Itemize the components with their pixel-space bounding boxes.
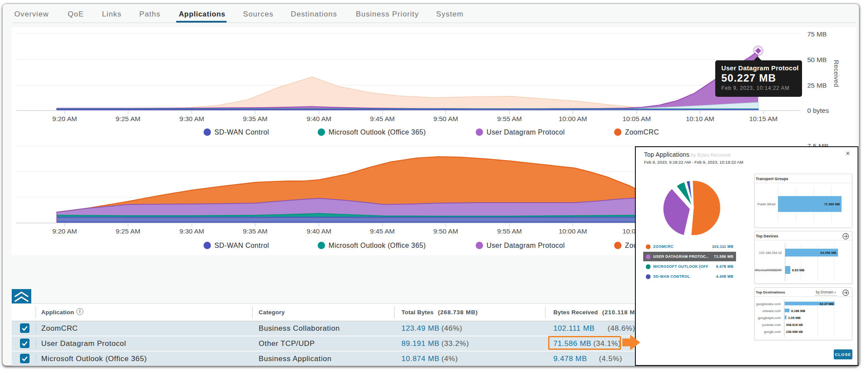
svg-text:408.616 kB: 408.616 kB [786, 323, 803, 327]
svg-text:youtube.com: youtube.com [762, 323, 781, 327]
svg-text:9:30 AM: 9:30 AM [180, 115, 204, 122]
svg-text:10:10 AM: 10:10 AM [686, 115, 714, 122]
svg-text:googlevideo.com: googlevideo.com [756, 302, 781, 306]
svg-text:50 MB: 50 MB [807, 56, 827, 63]
svg-text:2.05 MB: 2.05 MB [788, 316, 801, 320]
svg-text:9:55 AM: 9:55 AM [497, 227, 522, 235]
svg-text:googleapis.com: googleapis.com [758, 316, 781, 320]
svg-text:62.27 MB: 62.27 MB [819, 302, 834, 306]
svg-text:6.286 MB: 6.286 MB [791, 309, 806, 313]
svg-text:9:45 AM: 9:45 AM [370, 227, 395, 235]
svg-text:9:20 AM: 9:20 AM [53, 115, 77, 122]
svg-text:kBlRemioRNMB0R: kBlRemioRNMB0R [755, 268, 782, 272]
svg-text:9:30 AM: 9:30 AM [180, 227, 204, 235]
svg-text:9:40 AM: 9:40 AM [307, 227, 332, 235]
svg-text:9:20 AM: 9:20 AM [53, 227, 77, 235]
svg-text:192.168.254.10: 192.168.254.10 [759, 251, 782, 255]
svg-text:10:05 AM: 10:05 AM [622, 115, 651, 122]
svg-text:vmware.com: vmware.com [762, 309, 781, 313]
svg-text:64.956 MB: 64.956 MB [820, 251, 836, 255]
svg-text:6.63 MB: 6.63 MB [792, 268, 805, 272]
svg-text:9:25 AM: 9:25 AM [116, 227, 141, 235]
svg-text:google.com: google.com [764, 330, 781, 334]
svg-text:9:35 AM: 9:35 AM [243, 115, 268, 122]
svg-text:10:15 AM: 10:15 AM [749, 115, 778, 122]
svg-text:9:50 AM: 9:50 AM [434, 227, 458, 235]
svg-text:10:00 AM: 10:00 AM [559, 115, 587, 122]
svg-text:75 MB: 75 MB [807, 30, 827, 38]
svg-text:9:55 AM: 9:55 AM [497, 115, 522, 122]
svg-text:71.586 MB: 71.586 MB [824, 202, 840, 206]
svg-text:9:45 AM: 9:45 AM [370, 115, 395, 122]
svg-text:0 bytes: 0 bytes [807, 107, 829, 114]
svg-text:25 MB: 25 MB [807, 82, 827, 89]
svg-text:236.986 kB: 236.986 kB [786, 330, 803, 334]
svg-text:10:00 AM: 10:00 AM [559, 227, 587, 235]
svg-text:9:40 AM: 9:40 AM [307, 115, 332, 122]
svg-text:9:35 AM: 9:35 AM [243, 227, 268, 235]
svg-text:Public Wired: Public Wired [757, 202, 776, 206]
svg-text:9:25 AM: 9:25 AM [116, 115, 141, 122]
svg-text:9:50 AM: 9:50 AM [434, 115, 458, 122]
